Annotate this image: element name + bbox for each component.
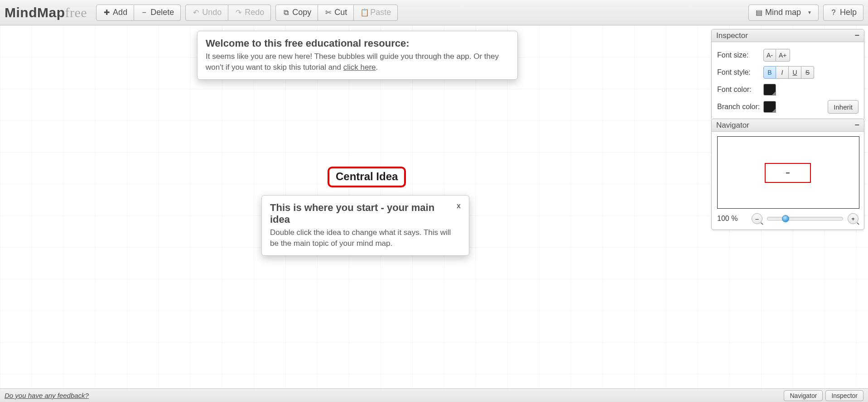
start-title: This is where you start - your main idea bbox=[270, 202, 451, 225]
branch-color-label: Branch color: bbox=[717, 103, 763, 111]
minus-icon: − bbox=[140, 9, 148, 17]
close-icon[interactable]: x bbox=[451, 202, 461, 210]
paste-button[interactable]: 📋 Paste bbox=[354, 5, 398, 21]
welcome-bubble: Welcome to this free educational resourc… bbox=[197, 31, 518, 80]
add-button[interactable]: ✚ Add bbox=[96, 5, 134, 21]
add-label: Add bbox=[113, 8, 127, 17]
font-style-label: Font style: bbox=[717, 68, 763, 77]
redo-label: Redo bbox=[245, 8, 264, 17]
start-body: Double click the idea to change what it … bbox=[270, 227, 461, 249]
welcome-body: It seems like you are new here! These bu… bbox=[206, 51, 509, 73]
inherit-button[interactable]: Inherit bbox=[828, 100, 858, 114]
bold-button[interactable]: B bbox=[763, 66, 776, 79]
copy-button[interactable]: ⧉ Copy bbox=[275, 5, 318, 21]
delete-label: Delete bbox=[150, 8, 174, 17]
toolbar: MindMapfree ✚ Add − Delete ↶ Undo ↷ Redo… bbox=[0, 0, 868, 25]
caret-down-icon: ▼ bbox=[807, 10, 812, 15]
paste-icon: 📋 bbox=[360, 8, 367, 17]
logo-free: free bbox=[65, 5, 87, 20]
copy-icon: ⧉ bbox=[282, 9, 289, 17]
redo-button[interactable]: ↷ Redo bbox=[228, 5, 271, 21]
cut-button[interactable]: ✄ Cut bbox=[318, 5, 354, 21]
navigator-overview[interactable] bbox=[717, 136, 859, 209]
mindmap-label: Mind map bbox=[765, 8, 801, 17]
footer: Do you have any feedback? Navigator Insp… bbox=[0, 388, 868, 402]
collapse-icon[interactable]: − bbox=[854, 31, 859, 40]
undo-label: Undo bbox=[202, 8, 222, 17]
italic-button[interactable]: I bbox=[776, 66, 789, 79]
start-bubble: This is where you start - your main idea… bbox=[261, 195, 469, 256]
app-logo: MindMapfree bbox=[5, 5, 87, 20]
skip-tutorial-link[interactable]: click here bbox=[343, 63, 376, 72]
cut-icon: ✄ bbox=[324, 8, 332, 17]
canvas[interactable]: Welcome to this free educational resourc… bbox=[0, 25, 868, 388]
zoom-in-icon: + bbox=[851, 215, 855, 222]
footer-inspector-button[interactable]: Inspector bbox=[825, 390, 863, 401]
font-color-label: Font color: bbox=[717, 86, 763, 94]
navigator-title: Navigator bbox=[716, 121, 749, 130]
help-label: Help bbox=[840, 8, 857, 17]
inspector-header[interactable]: Inspector − bbox=[712, 29, 864, 42]
welcome-title: Welcome to this free educational resourc… bbox=[206, 38, 509, 49]
cut-label: Cut bbox=[334, 8, 347, 17]
zoom-percentage: 100 % bbox=[717, 215, 747, 223]
help-icon: ? bbox=[830, 9, 837, 17]
undo-icon: ↶ bbox=[192, 8, 199, 17]
logo-main: MindMap bbox=[5, 5, 65, 20]
navigator-panel: Navigator − 100 % – + bbox=[711, 119, 864, 230]
mindmap-menu-button[interactable]: ▤ Mind map ▼ bbox=[748, 5, 819, 21]
central-idea-node[interactable]: Central Idea bbox=[328, 167, 406, 187]
collapse-icon[interactable]: − bbox=[854, 120, 859, 130]
copy-label: Copy bbox=[292, 8, 311, 17]
font-size-increase-button[interactable]: A+ bbox=[776, 49, 790, 62]
document-icon: ▤ bbox=[755, 8, 762, 17]
navigator-header[interactable]: Navigator − bbox=[712, 119, 864, 132]
zoom-out-button[interactable]: – bbox=[752, 213, 762, 224]
zoom-out-icon: – bbox=[755, 215, 758, 222]
font-size-decrease-button[interactable]: A- bbox=[763, 49, 776, 62]
central-idea-label: Central Idea bbox=[336, 170, 398, 182]
strike-button[interactable]: S bbox=[801, 66, 814, 79]
inspector-panel: Inspector − Font size: A- A+ Font style:… bbox=[711, 29, 864, 120]
font-color-swatch[interactable] bbox=[763, 84, 776, 96]
zoom-slider-thumb[interactable] bbox=[782, 215, 789, 222]
branch-color-swatch[interactable] bbox=[763, 101, 776, 113]
undo-button[interactable]: ↶ Undo bbox=[185, 5, 228, 21]
redo-icon: ↷ bbox=[235, 8, 242, 17]
inspector-title: Inspector bbox=[716, 31, 748, 40]
footer-navigator-button[interactable]: Navigator bbox=[784, 390, 823, 401]
paste-label: Paste bbox=[370, 8, 391, 17]
zoom-in-button[interactable]: + bbox=[848, 213, 858, 224]
underline-button[interactable]: U bbox=[789, 66, 801, 79]
help-button[interactable]: ? Help bbox=[823, 5, 863, 21]
navigator-viewport[interactable] bbox=[765, 163, 811, 183]
plus-icon: ✚ bbox=[103, 8, 110, 17]
font-size-label: Font size: bbox=[717, 51, 763, 59]
zoom-slider[interactable] bbox=[767, 217, 843, 220]
feedback-link[interactable]: Do you have any feedback? bbox=[5, 392, 89, 399]
delete-button[interactable]: − Delete bbox=[134, 5, 181, 21]
